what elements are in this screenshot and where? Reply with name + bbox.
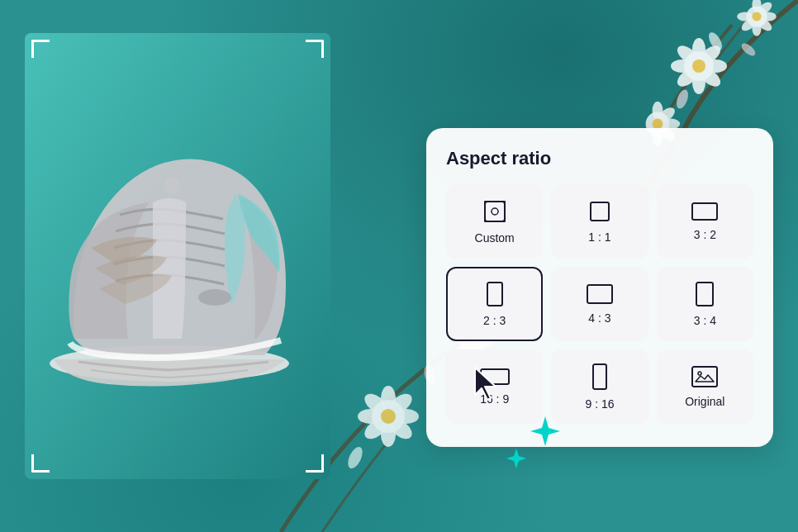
ratio-1-1[interactable]: 1 : 1 <box>551 184 648 259</box>
svg-rect-57 <box>487 283 502 306</box>
aspect-ratio-panel: Aspect ratio Custom <box>426 128 773 447</box>
ratio-original-icon <box>691 365 719 388</box>
svg-rect-62 <box>692 367 717 387</box>
svg-point-63 <box>698 372 701 375</box>
svg-point-54 <box>492 208 498 215</box>
svg-rect-60 <box>481 369 509 384</box>
svg-point-52 <box>164 178 180 194</box>
custom-icon <box>482 198 508 225</box>
ratio-1-1-icon <box>587 199 612 224</box>
ratio-3-2-icon <box>691 202 719 221</box>
svg-rect-55 <box>591 202 609 221</box>
ratio-4-3-icon <box>586 283 614 305</box>
ratio-3-4-icon <box>695 281 715 307</box>
svg-point-18 <box>752 12 761 21</box>
svg-rect-61 <box>593 364 606 389</box>
ratio-3-4-label: 3 : 4 <box>694 314 716 327</box>
svg-rect-53 <box>485 202 505 221</box>
ratio-9-16-label: 9 : 16 <box>585 397 614 411</box>
svg-rect-59 <box>696 283 713 306</box>
svg-point-47 <box>345 444 366 470</box>
ratio-custom[interactable]: Custom <box>446 184 543 259</box>
ratio-9-16-icon <box>591 363 608 391</box>
ratio-9-16[interactable]: 9 : 16 <box>551 349 648 424</box>
sparkle-star-1 <box>527 413 563 453</box>
ratio-3-4[interactable]: 3 : 4 <box>657 267 753 341</box>
ratio-original[interactable]: Original <box>657 349 753 424</box>
ratio-16-9-icon <box>479 368 511 386</box>
ratio-original-label: Original <box>685 395 724 408</box>
ratio-4-3-label: 4 : 3 <box>588 311 610 325</box>
svg-point-51 <box>198 289 231 306</box>
ratio-3-2-label: 3 : 2 <box>694 228 716 241</box>
ratio-2-3[interactable]: 2 : 3 <box>446 267 543 341</box>
sparkle-star-2 <box>504 446 529 474</box>
svg-point-9 <box>692 59 705 73</box>
ratio-1-1-label: 1 : 1 <box>588 230 610 244</box>
ratio-3-2[interactable]: 3 : 2 <box>657 184 753 259</box>
ratio-grid: Custom 1 : 1 3 : 2 <box>446 184 753 424</box>
svg-rect-56 <box>692 203 717 220</box>
panel-title: Aspect ratio <box>446 148 753 169</box>
sneaker-image <box>25 33 330 479</box>
svg-point-38 <box>381 409 396 424</box>
ratio-4-3[interactable]: 4 : 3 <box>551 267 648 341</box>
svg-point-17 <box>737 12 753 21</box>
svg-rect-58 <box>587 285 612 303</box>
ratio-16-9-label: 16 : 9 <box>480 392 509 406</box>
ratio-custom-label: Custom <box>475 231 515 245</box>
ratio-2-3-label: 2 : 3 <box>483 314 506 327</box>
ratio-2-3-icon <box>486 281 504 307</box>
